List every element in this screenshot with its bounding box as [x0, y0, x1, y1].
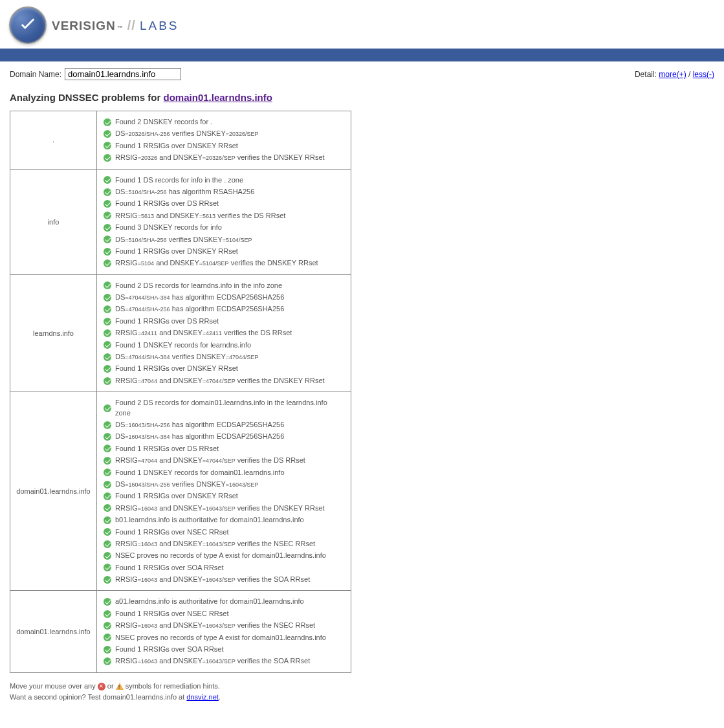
- result-item: Found 1 RRSIGs over DS RRset: [104, 316, 344, 326]
- footer: Move your mouse over any or symbols for …: [0, 673, 724, 710]
- result-item: RRSIG=5104 and DNSKEY=5104/SEP verifies …: [104, 258, 344, 268]
- success-icon: [104, 281, 111, 289]
- zone-items-cell: Found 2 DS records for domain01.learndns…: [97, 392, 351, 591]
- domain-input-group: Domain Name:: [10, 68, 181, 80]
- page-title: Analyzing DNSSEC problems for domain01.l…: [0, 87, 724, 111]
- result-item: RRSIG=16043 and DNSKEY=16043/SEP verifie…: [104, 621, 344, 630]
- header-bar: [0, 49, 724, 61]
- brand-text: VERISIGN™ // LABS: [52, 18, 179, 33]
- result-text: Found 2 DNSKEY records for .: [115, 117, 212, 127]
- result-item: Found 1 RRSIGs over DS RRset: [104, 444, 344, 454]
- result-text: Found 1 RRSIGs over DNSKEY RRset: [115, 247, 238, 256]
- table-row: domain01.learndns.infoa01.learndns.info …: [10, 591, 351, 672]
- success-icon: [104, 469, 111, 476]
- result-item: NSEC proves no records of type A exist f…: [104, 551, 344, 560]
- success-icon: [104, 188, 111, 196]
- success-icon: [104, 176, 111, 184]
- result-text: DS=5104/SHA-256 verifies DNSKEY=5104/SEP: [115, 235, 252, 245]
- success-icon: [104, 365, 111, 373]
- result-text: DS=47044/SHA-384 has algorithm ECDSAP256…: [115, 292, 284, 302]
- success-icon: [104, 576, 111, 584]
- success-icon: [104, 212, 111, 219]
- success-icon: [104, 481, 111, 489]
- success-icon: [104, 552, 111, 560]
- success-icon: [104, 294, 111, 302]
- table-row: .Found 2 DNSKEY records for .DS=20326/SH…: [10, 111, 351, 170]
- result-text: RRSIG=5613 and DNSKEY=5613 verifies the …: [115, 211, 285, 221]
- result-item: Found 1 RRSIGs over DNSKEY RRset: [104, 491, 344, 501]
- result-item: Found 1 RRSIGs over SOA RRset: [104, 645, 344, 654]
- result-text: NSEC proves no records of type A exist f…: [115, 551, 326, 560]
- result-item: Found 1 RRSIGs over NSEC RRset: [104, 527, 344, 537]
- result-text: Found 1 RRSIGs over NSEC RRset: [115, 527, 228, 537]
- checkmark-shield-icon: [17, 14, 39, 36]
- result-item: Found 1 RRSIGs over DS RRset: [104, 199, 344, 208]
- success-icon: [104, 445, 111, 452]
- result-item: RRSIG=47044 and DNSKEY=47044/SEP verifie…: [104, 376, 344, 386]
- result-item: Found 1 DS records for info in the . zon…: [104, 175, 344, 185]
- success-icon: [104, 377, 111, 385]
- result-item: Found 2 DNSKEY records for .: [104, 117, 344, 127]
- success-icon: [104, 130, 111, 138]
- error-icon: [98, 683, 105, 690]
- result-item: RRSIG=16043 and DNSKEY=16043/SEP verifie…: [104, 539, 344, 549]
- zone-items-cell: a01.learndns.info is authoritative for d…: [97, 591, 351, 672]
- success-icon: [104, 118, 111, 126]
- second-opinion-text: Want a second opinion? Test domain01.lea…: [10, 693, 714, 701]
- result-item: RRSIG=16043 and DNSKEY=16043/SEP verifie…: [104, 575, 344, 584]
- success-icon: [104, 200, 111, 208]
- header: VERISIGN™ // LABS: [0, 0, 724, 47]
- success-icon: [104, 634, 111, 641]
- result-text: Found 1 RRSIGs over SOA RRset: [115, 645, 224, 654]
- detail-sep: /: [686, 70, 693, 79]
- result-text: RRSIG=20326 and DNSKEY=20326/SEP verifie…: [115, 153, 325, 162]
- dnsviz-link[interactable]: dnsviz.net: [186, 693, 219, 701]
- zone-items-cell: Found 2 DS records for learndns.info in …: [97, 274, 351, 392]
- success-icon: [104, 457, 111, 465]
- result-text: Found 3 DNSKEY records for info: [115, 223, 222, 232]
- result-text: RRSIG=16043 and DNSKEY=16043/SEP verifie…: [115, 539, 315, 549]
- result-text: Found 1 DS records for info in the . zon…: [115, 175, 243, 185]
- detail-label: Detail:: [635, 70, 657, 79]
- result-item: Found 1 DNSKEY records for learndns.info: [104, 340, 344, 350]
- brand-separator: //: [127, 18, 136, 33]
- detail-less-link[interactable]: less(-): [693, 70, 714, 79]
- result-item: Found 1 RRSIGs over DNSKEY RRset: [104, 364, 344, 373]
- title-domain-link[interactable]: domain01.learndns.info: [164, 92, 272, 103]
- success-icon: [104, 353, 111, 361]
- success-icon: [104, 528, 111, 536]
- result-item: DS=16043/SHA-256 verifies DNSKEY=16043/S…: [104, 480, 344, 489]
- success-icon: [104, 318, 111, 325]
- detail-controls: Detail: more(+) / less(-): [635, 70, 714, 79]
- result-text: Found 1 RRSIGs over NSEC RRset: [115, 609, 228, 619]
- success-icon: [104, 305, 111, 313]
- result-text: DS=47044/SHA-256 has algorithm ECDSAP256…: [115, 304, 284, 314]
- domain-label: Domain Name:: [10, 70, 61, 79]
- zone-name-cell: learndns.info: [10, 274, 97, 392]
- brand-tm: ™: [117, 25, 124, 31]
- zone-items-cell: Found 1 DS records for info in the . zon…: [97, 169, 351, 274]
- detail-more-link[interactable]: more(+): [659, 70, 686, 79]
- result-text: DS=5104/SHA-256 has algorithm RSASHA256: [115, 187, 254, 197]
- success-icon: [104, 404, 111, 412]
- result-item: RRSIG=16043 and DNSKEY=16043/SEP verifie…: [104, 503, 344, 513]
- result-text: DS=16043/SHA-256 verifies DNSKEY=16043/S…: [115, 480, 259, 489]
- success-icon: [104, 341, 111, 349]
- success-icon: [104, 564, 111, 571]
- success-icon: [104, 421, 111, 429]
- results-table: .Found 2 DNSKEY records for .DS=20326/SH…: [10, 111, 351, 673]
- table-row: domain01.learndns.infoFound 2 DS records…: [10, 392, 351, 591]
- result-text: Found 1 RRSIGs over SOA RRset: [115, 563, 224, 573]
- result-item: Found 1 RRSIGs over DNSKEY RRset: [104, 141, 344, 151]
- result-text: RRSIG=5104 and DNSKEY=5104/SEP verifies …: [115, 258, 318, 268]
- verisign-logo-icon: [9, 6, 47, 44]
- result-text: NSEC proves no records of type A exist f…: [115, 633, 326, 643]
- result-item: Found 1 DNSKEY records for domain01.lear…: [104, 468, 344, 478]
- success-icon: [104, 657, 111, 665]
- domain-input[interactable]: [65, 68, 181, 80]
- warning-icon: [116, 683, 124, 690]
- result-text: RRSIG=47044 and DNSKEY=47044/SEP verifie…: [115, 456, 305, 465]
- success-icon: [104, 504, 111, 512]
- brand-labs: LABS: [140, 19, 179, 33]
- result-text: Found 1 RRSIGs over DS RRset: [115, 316, 219, 326]
